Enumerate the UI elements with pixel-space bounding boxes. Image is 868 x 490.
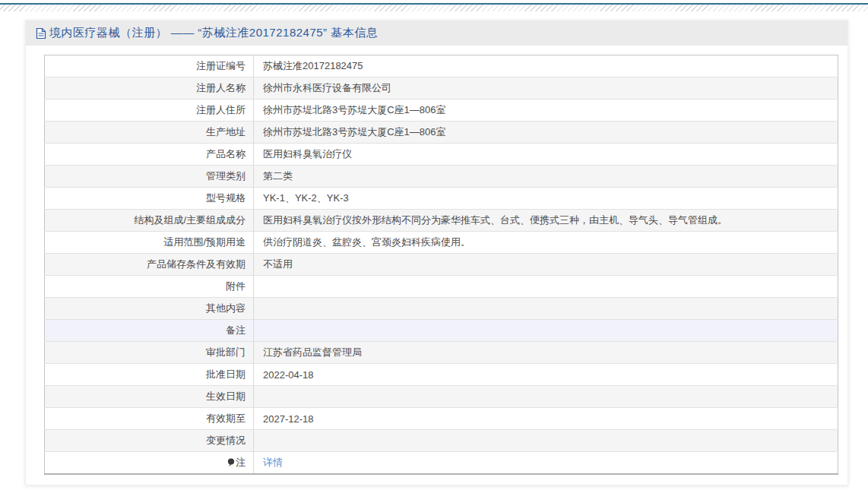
registration-info-panel: 境内医疗器械（注册） —— “苏械注准20172182475” 基本信息 注册证…: [25, 20, 848, 485]
row-value-cell: 2022-04-18: [254, 364, 838, 386]
row-label-cell: 型号规格: [45, 188, 254, 210]
row-value-cell: [254, 430, 838, 452]
row-label-cell: 附件: [45, 276, 254, 298]
row-value-cell: YK-1、YK-2、YK-3: [254, 188, 838, 210]
row-value-cell: [254, 386, 838, 408]
row-label: 审批部门: [206, 346, 246, 358]
details-link[interactable]: 详情: [263, 457, 283, 468]
row-label-cell: 注册人名称: [45, 77, 254, 100]
table-row: 生效日期: [45, 386, 838, 408]
table-row: 变更情况: [45, 430, 838, 452]
row-label-cell: 管理类别: [45, 166, 254, 188]
row-label-cell: 注: [45, 452, 254, 474]
table-row: 产品储存条件及有效期不适用: [45, 254, 838, 276]
table-row: 注册人住所徐州市苏堤北路3号苏堤大厦C座1—806室: [45, 100, 838, 122]
row-label: 生效日期: [206, 390, 246, 402]
row-value-cell: 供治疗阴道炎、盆腔炎、宫颈炎妇科疾病使用。: [254, 232, 838, 254]
row-value: YK-1、YK-2、YK-3: [263, 192, 349, 204]
row-label: 生产地址: [206, 126, 246, 138]
row-label: 型号规格: [206, 192, 246, 204]
row-value-cell: 江苏省药品监督管理局: [254, 342, 838, 364]
panel-title-text: 境内医疗器械（注册） —— “苏械注准20172182475” 基本信息: [49, 26, 378, 40]
row-value: 供治疗阴道炎、盆腔炎、宫颈炎妇科疾病使用。: [263, 236, 470, 248]
row-label-cell: 其他内容: [45, 298, 254, 320]
row-value: 徐州市苏堤北路3号苏堤大厦C座1—806室: [263, 126, 446, 138]
row-value-cell: 不适用: [254, 254, 838, 276]
row-value-cell: [254, 276, 838, 298]
table-row: 结构及组成/主要组成成分医用妇科臭氧治疗仪按外形结构不同分为豪华推车式、台式、便…: [45, 210, 838, 232]
row-label-cell: 结构及组成/主要组成成分: [45, 210, 254, 232]
row-value-cell: 医用妇科臭氧治疗仪: [254, 144, 838, 166]
row-label: 注册证编号: [196, 60, 246, 71]
row-value-cell: [254, 298, 838, 320]
row-value: 苏械注准20172182475: [263, 60, 363, 71]
row-label: 附件: [226, 280, 246, 292]
row-label-cell: 注册人住所: [45, 100, 254, 122]
balloon-icon: [227, 458, 235, 469]
table-row: 注册证编号苏械注准20172182475: [45, 55, 838, 77]
row-label: 注册人名称: [196, 82, 246, 93]
row-label: 注: [236, 457, 246, 468]
row-value: 第二类: [263, 170, 293, 182]
row-label: 适用范围/预期用途: [163, 236, 246, 248]
row-label: 备注: [226, 324, 246, 336]
table-row: 适用范围/预期用途供治疗阴道炎、盆腔炎、宫颈炎妇科疾病使用。: [45, 232, 838, 254]
row-value: 徐州市永科医疗设备有限公司: [263, 82, 391, 93]
row-label: 变更情况: [206, 435, 246, 446]
row-value: 不适用: [263, 258, 293, 270]
row-label: 管理类别: [206, 170, 246, 182]
info-table-body: 注册证编号苏械注准20172182475注册人名称徐州市永科医疗设备有限公司注册…: [45, 55, 838, 474]
panel-title-bar: 境内医疗器械（注册） —— “苏械注准20172182475” 基本信息: [26, 21, 847, 46]
table-row: 生产地址徐州市苏堤北路3号苏堤大厦C座1—806室: [45, 122, 838, 144]
row-value: 医用妇科臭氧治疗仪按外形结构不同分为豪华推车式、台式、便携式三种，由主机、导气头…: [263, 214, 727, 226]
row-value-cell: [254, 320, 838, 342]
row-label: 产品储存条件及有效期: [147, 258, 246, 270]
table-row: 批准日期2022-04-18: [45, 364, 838, 386]
row-label-cell: 适用范围/预期用途: [45, 232, 254, 254]
row-label-cell: 生效日期: [45, 386, 254, 408]
row-label: 批准日期: [206, 368, 246, 380]
page-top-hatch-pattern: [0, 5, 868, 11]
row-value-cell: 详情: [254, 452, 838, 474]
row-label-cell: 生产地址: [45, 122, 254, 144]
row-label-cell: 备注: [45, 320, 254, 342]
row-value-cell: 苏械注准20172182475: [254, 55, 838, 77]
table-row: 注册人名称徐州市永科医疗设备有限公司: [45, 77, 838, 100]
row-label-cell: 注册证编号: [45, 55, 254, 77]
table-row: 审批部门江苏省药品监督管理局: [45, 342, 838, 364]
table-row: 注详情: [45, 452, 838, 474]
row-label-cell: 有效期至: [45, 408, 254, 430]
row-value-cell: 2027-12-18: [254, 408, 838, 430]
table-row: 其他内容: [45, 298, 838, 320]
row-value: 徐州市苏堤北路3号苏堤大厦C座1—806室: [263, 104, 446, 115]
row-label-cell: 审批部门: [45, 342, 254, 364]
row-label: 其他内容: [206, 302, 246, 314]
table-row: 有效期至2027-12-18: [45, 408, 838, 430]
table-row: 备注: [45, 320, 838, 342]
row-label: 有效期至: [206, 413, 246, 424]
table-row: 型号规格YK-1、YK-2、YK-3: [45, 188, 838, 210]
table-row: 附件: [45, 276, 838, 298]
table-row: 产品名称医用妇科臭氧治疗仪: [45, 144, 838, 166]
row-label: 产品名称: [206, 148, 246, 160]
row-label-cell: 产品名称: [45, 144, 254, 166]
row-value-cell: 徐州市苏堤北路3号苏堤大厦C座1—806室: [254, 100, 838, 122]
row-label-cell: 批准日期: [45, 364, 254, 386]
row-value: 医用妇科臭氧治疗仪: [263, 148, 352, 160]
row-label-cell: 产品储存条件及有效期: [45, 254, 254, 276]
row-value: 江苏省药品监督管理局: [263, 346, 362, 358]
row-value: 2022-04-18: [263, 369, 314, 381]
document-icon: [36, 27, 46, 40]
row-label: 结构及组成/主要组成成分: [134, 214, 246, 226]
row-value-cell: 医用妇科臭氧治疗仪按外形结构不同分为豪华推车式、台式、便携式三种，由主机、导气头…: [254, 210, 838, 232]
registration-info-table: 注册证编号苏械注准20172182475注册人名称徐州市永科医疗设备有限公司注册…: [44, 55, 838, 475]
table-row: 管理类别第二类: [45, 166, 838, 188]
row-value-cell: 徐州市苏堤北路3号苏堤大厦C座1—806室: [254, 122, 838, 144]
row-label: 注册人住所: [196, 104, 246, 115]
row-value-cell: 第二类: [254, 166, 838, 188]
row-value: 2027-12-18: [263, 413, 314, 425]
row-value-cell: 徐州市永科医疗设备有限公司: [254, 77, 838, 100]
row-label-cell: 变更情况: [45, 430, 254, 452]
